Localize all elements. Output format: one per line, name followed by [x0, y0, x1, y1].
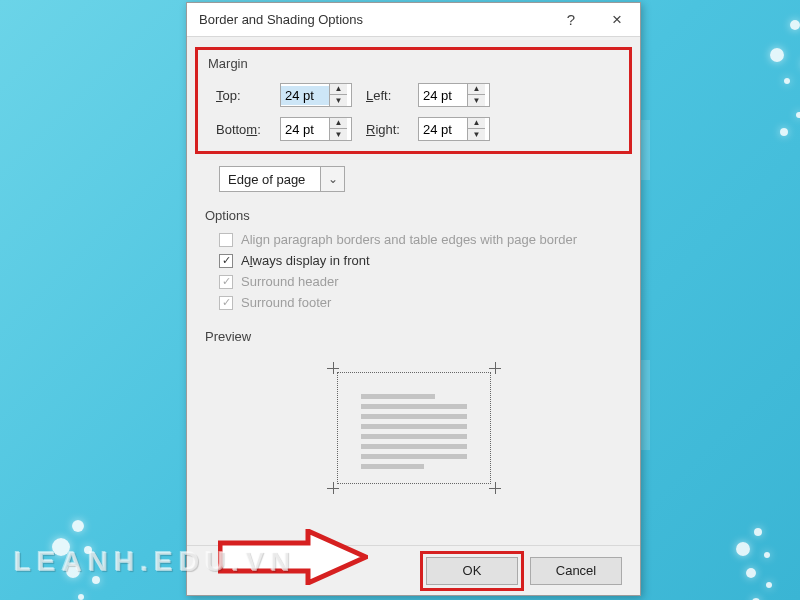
spin-up-icon[interactable]: ▲: [330, 118, 347, 129]
options-label: Options: [205, 208, 622, 223]
margin-right-input[interactable]: [419, 120, 467, 139]
spin-down-icon[interactable]: ▼: [330, 129, 347, 140]
spin-down-icon[interactable]: ▼: [330, 95, 347, 106]
option-always-display-front[interactable]: ✓ Always display in front: [205, 250, 622, 271]
margin-bottom-label: Bottom:: [216, 122, 280, 137]
option-align-paragraph: Align paragraph borders and table edges …: [205, 229, 622, 250]
margin-top-spinner[interactable]: ▲ ▼: [280, 83, 352, 107]
checkbox-checked-icon[interactable]: ✓: [219, 254, 233, 268]
margin-left-label: Left:: [366, 88, 418, 103]
margin-bottom-input[interactable]: [281, 120, 329, 139]
watermark: LEANH.EDU.VN: [14, 546, 296, 578]
measure-from-value: Edge of page: [220, 170, 320, 189]
spin-down-icon[interactable]: ▼: [468, 95, 485, 106]
margin-right-spinner[interactable]: ▲ ▼: [418, 117, 490, 141]
margin-left-spinner[interactable]: ▲ ▼: [418, 83, 490, 107]
margin-right-label: Right:: [366, 122, 418, 137]
margin-left-input[interactable]: [419, 86, 467, 105]
titlebar[interactable]: Border and Shading Options ? ×: [187, 3, 640, 37]
margin-top-input[interactable]: [281, 86, 329, 105]
checkbox-checked-icon: ✓: [219, 296, 233, 310]
spin-down-icon[interactable]: ▼: [468, 129, 485, 140]
margin-label: Margin: [208, 56, 619, 71]
help-button[interactable]: ?: [548, 3, 594, 36]
checkbox-icon: [219, 233, 233, 247]
margin-top-label: TTop:op:: [216, 88, 280, 103]
close-button[interactable]: ×: [594, 3, 640, 36]
preview-text-lines: [361, 394, 467, 469]
margin-bottom-spinner[interactable]: ▲ ▼: [280, 117, 352, 141]
chevron-down-icon[interactable]: ⌄: [320, 167, 344, 191]
border-shading-options-dialog: Border and Shading Options ? × Margin TT…: [186, 2, 641, 596]
spin-up-icon[interactable]: ▲: [468, 118, 485, 129]
option-surround-header: ✓ Surround header: [205, 271, 622, 292]
checkbox-checked-icon: ✓: [219, 275, 233, 289]
option-surround-footer: ✓ Surround footer: [205, 292, 622, 313]
measure-from-row: Edge of page ⌄: [205, 166, 622, 192]
ok-button[interactable]: OK: [426, 557, 518, 585]
margin-section-highlight: Margin TTop:op: ▲ ▼ Left: ▲ ▼: [195, 47, 632, 154]
preview-pane: [309, 354, 519, 502]
measure-from-combo[interactable]: Edge of page ⌄: [219, 166, 345, 192]
cancel-button[interactable]: Cancel: [530, 557, 622, 585]
preview-label: Preview: [205, 329, 622, 344]
spin-up-icon[interactable]: ▲: [330, 84, 347, 95]
dialog-title: Border and Shading Options: [199, 12, 548, 27]
spin-up-icon[interactable]: ▲: [468, 84, 485, 95]
